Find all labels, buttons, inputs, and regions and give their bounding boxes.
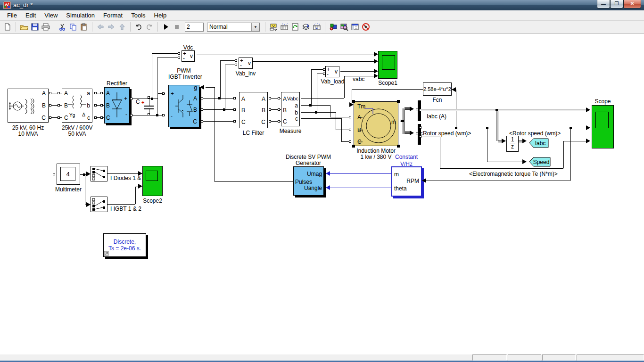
wire[interactable] — [421, 128, 586, 128]
wire[interactable] — [440, 168, 563, 169]
wire[interactable] — [220, 60, 221, 98]
goto-tag-iabc[interactable]: Iabc — [529, 138, 549, 148]
cut-icon[interactable] — [58, 22, 67, 32]
inverter-label-line2[interactable]: IGBT Inverter — [168, 74, 199, 80]
wire[interactable] — [330, 105, 330, 117]
block-lc-filter[interactable]: A B C A B C — [239, 92, 268, 128]
block-vab-inv-voltmeter[interactable]: + - v — [239, 58, 253, 69]
back-icon[interactable] — [96, 22, 105, 32]
inverter-label-line1[interactable]: PWM — [168, 67, 199, 74]
close-button[interactable]: ✕ — [623, 0, 641, 8]
wire[interactable] — [487, 128, 487, 162]
wire[interactable] — [135, 187, 136, 204]
selection-handle[interactable] — [397, 100, 400, 103]
wire[interactable] — [330, 117, 351, 117]
update-diagram-icon[interactable] — [290, 22, 300, 32]
block-vab-load-voltmeter[interactable]: + - v — [325, 66, 339, 77]
transformer-label-line2[interactable]: 50 kVA — [62, 131, 92, 137]
save-icon[interactable] — [30, 22, 40, 32]
wire[interactable] — [152, 53, 178, 54]
wire[interactable] — [311, 69, 323, 70]
iabc-a-signal-label[interactable]: Iabc (A) — [427, 113, 446, 120]
wire[interactable] — [152, 53, 152, 99]
wire[interactable] — [215, 87, 215, 181]
wire[interactable] — [317, 74, 317, 112]
menu-help[interactable]: Help — [150, 11, 171, 20]
block-induction-motor[interactable]: Tm A B C m — [354, 101, 398, 146]
wire[interactable] — [563, 141, 586, 141]
source-label-line1[interactable]: 25 kV, 60 Hz — [8, 124, 49, 131]
bus-wire[interactable] — [421, 109, 586, 111]
block-scope[interactable] — [592, 105, 614, 148]
block-unit-delay[interactable]: 1 z — [506, 136, 519, 152]
block-scope2[interactable] — [142, 166, 163, 196]
wire[interactable] — [336, 112, 336, 130]
scope1-label[interactable]: Scope1 — [378, 80, 397, 86]
wire-blue[interactable] — [330, 188, 391, 188]
wire[interactable] — [85, 174, 85, 205]
vdc-label[interactable]: Vdc — [182, 44, 195, 51]
find-in-model-icon[interactable] — [339, 22, 349, 32]
up-icon[interactable] — [117, 22, 127, 32]
block-three-phase-source[interactable]: A B C — [8, 89, 49, 123]
lc-filter-label[interactable]: LC Filter — [239, 130, 268, 136]
wire[interactable] — [344, 76, 345, 98]
svpwm-label-line1[interactable]: Discrete SV PWM — [285, 154, 332, 160]
menu-simulation[interactable]: Simulation — [62, 11, 99, 20]
fcn-label[interactable]: Fcn — [423, 97, 452, 103]
disable-library-links-icon[interactable] — [361, 22, 371, 32]
copy-icon[interactable] — [68, 22, 78, 32]
wire[interactable] — [149, 99, 149, 106]
vabc-signal-label[interactable]: vabc — [353, 76, 364, 82]
wire[interactable] — [487, 162, 522, 162]
bus-wire[interactable] — [519, 140, 522, 142]
measure-label[interactable]: Measure — [279, 128, 302, 134]
bus-wire[interactable] — [496, 111, 498, 141]
wire[interactable] — [132, 99, 158, 99]
wire[interactable] — [563, 141, 564, 168]
menu-view[interactable]: View — [40, 11, 62, 20]
wire[interactable] — [421, 137, 440, 137]
wire[interactable] — [197, 55, 374, 55]
new-file-icon[interactable] — [3, 22, 12, 32]
i-igbt-signal-label[interactable]: I IGBT 1 & 2 — [110, 206, 141, 212]
vhz-label-line1[interactable]: Constant — [383, 154, 430, 160]
wire[interactable] — [311, 69, 312, 105]
vab-inv-label[interactable]: Vab_inv — [231, 70, 260, 77]
source-label-line2[interactable]: 10 MVA — [8, 131, 49, 137]
wire[interactable] — [341, 118, 342, 141]
block-vdc-voltmeter[interactable]: + - v — [182, 50, 195, 62]
restore-button[interactable]: ❐ — [610, 0, 623, 8]
wire-blue[interactable] — [330, 173, 391, 174]
multimeter-label[interactable]: Multimeter — [54, 186, 83, 193]
block-transformer[interactable]: A B C a b c Yg Δ — [62, 89, 92, 123]
chevron-down-icon[interactable]: ▼ — [251, 23, 259, 31]
start-simulation-icon[interactable] — [161, 22, 171, 32]
menu-file[interactable]: File — [3, 11, 21, 20]
block-multimeter[interactable]: 4 — [57, 164, 80, 185]
block-pwm-igbt-inverter[interactable]: + - g A B C — [168, 85, 199, 127]
wire[interactable] — [157, 58, 178, 58]
minimize-button[interactable]: ▬ — [597, 0, 610, 8]
rectifier-label[interactable]: Rectifier — [104, 80, 130, 87]
block-sv-pwm-generator[interactable]: Pulses Umag Uangle — [293, 166, 324, 196]
wire[interactable] — [225, 65, 235, 65]
block-selector-2[interactable] — [91, 197, 107, 212]
rotor-speed-signal-label[interactable]: <Rotor speed (wm)> — [420, 130, 471, 137]
wire[interactable] — [201, 121, 236, 122]
paste-icon[interactable] — [79, 22, 89, 32]
wire[interactable] — [201, 109, 236, 110]
wire[interactable] — [426, 181, 570, 181]
wire[interactable] — [344, 76, 374, 76]
block-scope1[interactable] — [378, 51, 397, 79]
block-selector-1[interactable] — [91, 166, 107, 181]
wire[interactable] — [301, 105, 330, 106]
wire[interactable] — [220, 60, 235, 61]
menu-tools[interactable]: Tools — [127, 11, 149, 20]
wire[interactable] — [440, 137, 440, 168]
simulation-mode-select[interactable]: Normal ▼ — [207, 23, 260, 32]
undo-icon[interactable] — [134, 22, 143, 32]
block-constant-vhz[interactable]: m theta RPM — [391, 166, 422, 197]
menu-format[interactable]: Format — [99, 11, 127, 20]
stop-simulation-icon[interactable] — [172, 22, 182, 32]
